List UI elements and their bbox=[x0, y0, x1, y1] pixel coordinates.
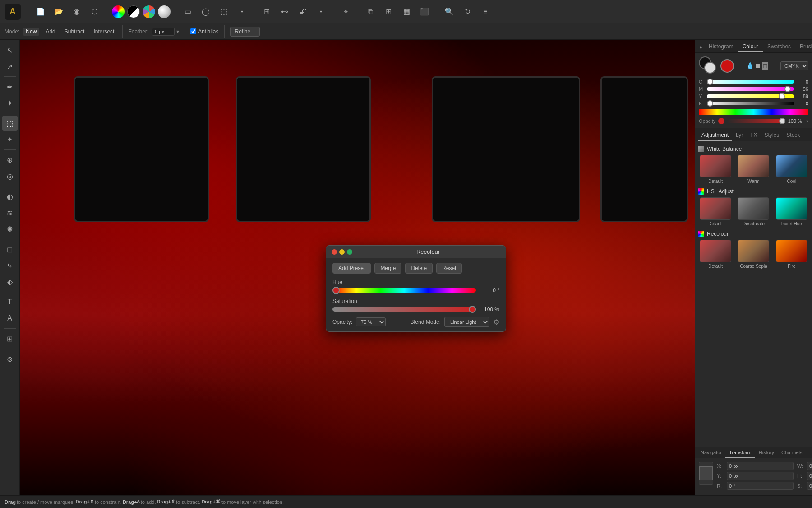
tab-adjustment[interactable]: Adjustment bbox=[698, 130, 732, 141]
popup-gear-button[interactable]: ⚙ bbox=[493, 318, 499, 326]
preset-coarse-sepia[interactable]: Coarse Sepia bbox=[736, 240, 771, 269]
mode-new-button[interactable]: New bbox=[23, 28, 39, 36]
rect-marquee-button[interactable]: ▭ bbox=[180, 4, 195, 19]
move-tool-button[interactable]: ↖ bbox=[2, 42, 18, 58]
color-model-select[interactable]: CMYK RGB HSL LAB bbox=[780, 61, 808, 70]
open-file-button[interactable]: 📂 bbox=[51, 4, 66, 19]
gradient-tool-button[interactable]: ⬖ bbox=[2, 274, 18, 289]
canvas-area[interactable]: Recolour Add Preset Merge Delete Reset H… bbox=[20, 40, 695, 495]
delete-button[interactable]: Delete bbox=[405, 263, 433, 274]
feather-dropdown-icon[interactable]: ▾ bbox=[176, 28, 179, 35]
tab-navigator[interactable]: Navigator bbox=[697, 447, 725, 458]
color-wheel-icon[interactable] bbox=[112, 5, 125, 18]
opacity-slider[interactable] bbox=[727, 119, 785, 123]
tab-colour[interactable]: Colour bbox=[738, 42, 763, 52]
fill-icon[interactable]: ◼ bbox=[755, 62, 761, 70]
mode-intersect-button[interactable]: Intersect bbox=[91, 28, 117, 36]
sample-button[interactable]: ⌖ bbox=[338, 4, 353, 19]
c-slider[interactable] bbox=[707, 80, 794, 84]
x-input[interactable] bbox=[727, 462, 794, 470]
text-tool-button[interactable]: T bbox=[2, 294, 18, 310]
freehand-sel-button[interactable]: ⌖ bbox=[2, 132, 18, 147]
menu-button[interactable]: ≡ bbox=[478, 4, 493, 19]
tab-brushes[interactable]: Brushes bbox=[795, 42, 812, 52]
palette-icon[interactable] bbox=[143, 5, 155, 18]
preset-default-hsl[interactable]: Default bbox=[698, 197, 733, 226]
preset-warm[interactable]: Warm bbox=[736, 155, 771, 184]
antialias-label[interactable]: Antialias bbox=[190, 28, 218, 35]
layers-button[interactable]: ⧉ bbox=[363, 4, 378, 19]
paint-tool-button[interactable]: ⤷ bbox=[2, 258, 18, 273]
tab-fx[interactable]: FX bbox=[747, 130, 761, 141]
marquee-dropdown-button[interactable]: ▾ bbox=[234, 4, 249, 19]
artistic-text-button[interactable]: A bbox=[2, 311, 18, 326]
popup-minimize-button[interactable] bbox=[339, 249, 345, 255]
sharpen-tool-button[interactable]: ✺ bbox=[2, 221, 18, 237]
preset-default-rec[interactable]: Default bbox=[698, 240, 733, 269]
w-input[interactable] bbox=[807, 462, 812, 470]
tone-icon[interactable] bbox=[127, 5, 140, 18]
develop-button[interactable]: ◉ bbox=[69, 4, 84, 19]
group-button[interactable]: ⊞ bbox=[381, 4, 396, 19]
r-input[interactable] bbox=[727, 482, 794, 490]
clone-tool-button[interactable]: ⊕ bbox=[2, 152, 18, 168]
smudge-tool-button[interactable]: ≋ bbox=[2, 205, 18, 220]
add-preset-button[interactable]: Add Preset bbox=[332, 263, 371, 274]
share-button[interactable]: ⬡ bbox=[87, 4, 102, 19]
saturation-slider[interactable] bbox=[332, 307, 476, 312]
eraser-tool-button[interactable]: ◻ bbox=[2, 242, 18, 257]
background-swatch[interactable] bbox=[704, 62, 716, 74]
guides-button[interactable]: ⊞ bbox=[259, 4, 274, 19]
node-tool-button[interactable]: ✦ bbox=[2, 95, 18, 111]
popup-maximize-button[interactable] bbox=[347, 249, 352, 255]
zoom-button[interactable]: 🔍 bbox=[442, 4, 457, 19]
preset-default-wb[interactable]: Default bbox=[698, 155, 733, 184]
tab-lyr[interactable]: Lyr bbox=[732, 130, 747, 141]
tab-swatches[interactable]: Swatches bbox=[763, 42, 795, 52]
sphere-icon[interactable] bbox=[158, 5, 171, 18]
reset-button[interactable]: Reset bbox=[436, 263, 462, 274]
zoom-tool-button[interactable]: ⊚ bbox=[2, 351, 18, 367]
tab-channels[interactable]: Channels bbox=[778, 447, 806, 458]
feather-input[interactable] bbox=[152, 28, 175, 36]
tab-styles[interactable]: Styles bbox=[761, 130, 783, 141]
snapping-button[interactable]: ⊷ bbox=[277, 4, 292, 19]
s-input[interactable] bbox=[807, 482, 812, 490]
tab-transform[interactable]: Transform bbox=[725, 447, 755, 458]
tab-history[interactable]: History bbox=[755, 447, 778, 458]
preset-cool[interactable]: Cool bbox=[774, 155, 809, 184]
m-slider[interactable] bbox=[707, 87, 794, 91]
mode-subtract-button[interactable]: Subtract bbox=[62, 28, 88, 36]
ellipse-marquee-button[interactable]: ◯ bbox=[198, 4, 213, 19]
freehand-marquee-button[interactable]: ⬚ bbox=[216, 4, 231, 19]
merge-button[interactable]: Merge bbox=[374, 263, 401, 274]
stroke-icon[interactable]: □ bbox=[762, 62, 768, 70]
color-spectrum[interactable] bbox=[699, 109, 808, 115]
preset-invert-hue[interactable]: Invert Hue bbox=[774, 197, 809, 226]
blend-mode-select[interactable]: Normal Multiply Screen Overlay Linear Li… bbox=[444, 317, 489, 327]
active-color-swatch[interactable] bbox=[720, 59, 734, 73]
preset-fire[interactable]: Fire bbox=[774, 240, 809, 269]
hand-button[interactable]: ↻ bbox=[460, 4, 475, 19]
preset-desaturate[interactable]: Desaturate bbox=[736, 197, 771, 226]
crop-tool-button[interactable]: ⊞ bbox=[2, 331, 18, 346]
eyedropper-icon[interactable]: 💧 bbox=[746, 62, 754, 70]
h-input[interactable] bbox=[807, 472, 812, 480]
antialias-checkbox[interactable] bbox=[190, 28, 196, 34]
k-slider[interactable] bbox=[707, 102, 794, 105]
dodge-burn-button[interactable]: ◐ bbox=[2, 189, 18, 204]
lock-button[interactable]: ▦ bbox=[399, 4, 414, 19]
pen-tool-button[interactable]: ✒ bbox=[2, 79, 18, 94]
new-file-button[interactable]: 📄 bbox=[33, 4, 48, 19]
mode-add-button[interactable]: Add bbox=[43, 28, 58, 36]
brush-dropdown-button[interactable]: ▾ bbox=[313, 4, 328, 19]
refine-button[interactable]: Refine... bbox=[230, 27, 260, 37]
y-slider[interactable] bbox=[707, 94, 794, 98]
opacity-select[interactable]: 75 % 25 % 50 % 100 % bbox=[356, 317, 386, 326]
healing-tool-button[interactable]: ◎ bbox=[2, 168, 18, 184]
arrange-button[interactable]: ⬛ bbox=[417, 4, 432, 19]
brush-tool-button[interactable]: 🖌 bbox=[295, 4, 310, 19]
selection-marquee-button[interactable]: ⬚ bbox=[2, 116, 18, 131]
opacity-dropdown-icon[interactable]: ▾ bbox=[806, 119, 808, 124]
tab-histogram[interactable]: Histogram bbox=[704, 42, 738, 52]
